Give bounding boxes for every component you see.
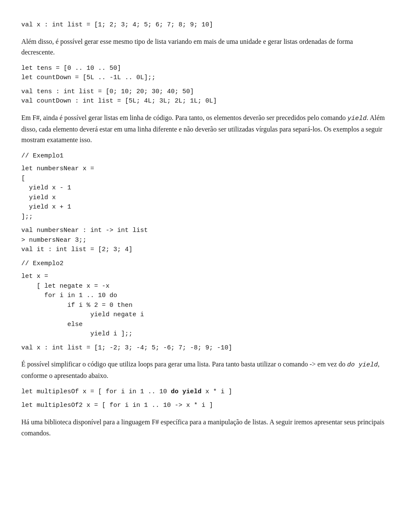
paragraph-1: Além disso, é possível gerar esse mesmo …	[21, 36, 388, 58]
section-multiples2: let multiplesOf2 x = [ for i in 1 .. 10 …	[21, 401, 388, 411]
multiples-code-2: let multiplesOf2 x = [ for i in 1 .. 10 …	[21, 401, 388, 411]
exemplo2-code: let x = [ let negate x = -x for i in 1 .…	[21, 272, 388, 339]
section-code1: let tens = [0 .. 10 .. 50] let countDown…	[21, 64, 388, 83]
code-val-results: val tens : int list = [0; 10; 20; 30; 40…	[21, 87, 388, 106]
multiples-code-1: let multiplesOf x = [ for i in 1 .. 10 d…	[21, 387, 388, 397]
section-intro: val x : int list = [1; 2; 3; 4; 5; 6; 7;…	[21, 20, 388, 30]
section-para2: Em F#, ainda é possível gerar listas em …	[21, 112, 388, 146]
page-content: val x : int list = [1; 2; 3; 4; 5; 6; 7;…	[21, 20, 388, 438]
yield-keyword: yield	[348, 115, 367, 122]
para2-prefix-text: Em F#, ainda é possível gerar listas em …	[21, 114, 348, 121]
section-exemplo1-result: val numbersNear : int -> int list > numb…	[21, 226, 388, 255]
section-para4: Há uma biblioteca disponível para a ling…	[21, 417, 388, 438]
exemplo2-result: val x : int list = [1; -2; 3; -4; 5; -6;…	[21, 343, 388, 353]
section-code2: val tens : int list = [0; 10; 20; 30; 40…	[21, 87, 388, 106]
paragraph-2: Em F#, ainda é possível gerar listas em …	[21, 112, 388, 146]
para3-prefix-text: É possível simplificar o código que util…	[21, 360, 347, 368]
paragraph-4: Há uma biblioteca disponível para a ling…	[21, 417, 388, 438]
section-para3: É possível simplificar o código que util…	[21, 359, 388, 381]
section-exemplo2: // Exemplo2 let x = [ let negate x = -x …	[21, 259, 388, 339]
code-tens-countdown: let tens = [0 .. 10 .. 50] let countDown…	[21, 64, 388, 83]
section-exemplo2-result: val x : int list = [1; -2; 3; -4; 5; -6;…	[21, 343, 388, 353]
exemplo1-comment: // Exemplo1	[21, 152, 388, 161]
exemplo1-result: val numbersNear : int -> int list > numb…	[21, 226, 388, 255]
do-yield-keyword: do yield	[347, 361, 378, 369]
code-line-1: val x : int list = [1; 2; 3; 4; 5; 6; 7;…	[21, 20, 388, 30]
exemplo2-comment: // Exemplo2	[21, 259, 388, 269]
paragraph-3: É possível simplificar o código que util…	[21, 359, 388, 381]
section-multiples1: let multiplesOf x = [ for i in 1 .. 10 d…	[21, 387, 388, 397]
section-exemplo1: // Exemplo1 let numbersNear x = [ yield …	[21, 152, 388, 222]
section-para1: Além disso, é possível gerar esse mesmo …	[21, 36, 388, 58]
exemplo1-code: let numbersNear x = [ yield x - 1 yield …	[21, 164, 388, 222]
